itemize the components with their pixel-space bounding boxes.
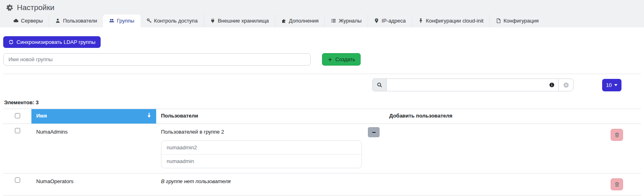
tab-label: Конфигурации cloud-init <box>426 18 483 24</box>
create-group-label: Создать <box>335 56 355 62</box>
sort-desc-icon <box>146 112 152 120</box>
user-icon <box>55 18 60 23</box>
search-group <box>372 78 574 91</box>
tab-cloud-init-configs[interactable]: Конфигурации cloud-init <box>412 14 489 27</box>
tab-label: Конфигурация <box>504 18 539 24</box>
tabbar: Серверы Пользователи Группы Контроль дос… <box>0 13 644 27</box>
delete-group-button[interactable] <box>611 129 623 141</box>
filter-row: 10 <box>3 74 641 93</box>
tab-content-groups: Синхронизировать LDAP группы Создать 10 <box>0 27 644 196</box>
groups-table: Имя Пользователи Добавить пользователя N… <box>3 109 641 196</box>
tab-external-storage[interactable]: Внешние хранилища <box>204 14 275 27</box>
search-info-button[interactable] <box>545 78 558 91</box>
row-checkbox[interactable] <box>15 128 20 133</box>
key-icon <box>147 18 152 23</box>
info-icon <box>549 82 555 88</box>
tab-label: Журналы <box>339 18 361 24</box>
tab-users[interactable]: Пользователи <box>49 14 103 27</box>
delete-group-button[interactable] <box>611 178 623 190</box>
group-users-cell: Пользователей в группе 2 numaadmin2 numa… <box>156 124 384 173</box>
tab-logs[interactable]: Журналы <box>324 14 367 27</box>
name-header-label: Имя <box>36 113 47 119</box>
actions-cell <box>606 124 641 173</box>
tab-access-control[interactable]: Контроль доступа <box>140 14 204 27</box>
tab-ip-addresses[interactable]: IP-адреса <box>367 14 412 27</box>
items-count: Элементов: 3 <box>3 93 641 109</box>
caret-down-icon <box>614 84 617 86</box>
topbar: Настройки Серверы Пользователи Группы Ко… <box>0 0 644 27</box>
puzzle-icon <box>281 18 287 23</box>
users-column-header: Пользователи <box>156 109 384 124</box>
sync-icon <box>8 39 14 45</box>
cloud-icon <box>13 18 19 23</box>
search-icon <box>377 82 382 88</box>
list-item: numaadmin <box>161 154 361 168</box>
gear-icon <box>6 4 14 11</box>
group-user-list: numaadmin2 numaadmin <box>161 140 362 168</box>
sync-ldap-groups-label: Синхронизировать LDAP группы <box>17 39 95 45</box>
search-clear-button[interactable] <box>558 78 574 91</box>
trash-icon <box>614 182 620 187</box>
tab-label: Внешние хранилища <box>218 18 269 24</box>
tab-label: Серверы <box>21 18 43 24</box>
actions-column-header <box>606 109 641 124</box>
new-group-name-input[interactable] <box>3 53 311 66</box>
table-header-row: Имя Пользователи Добавить пользователя <box>3 109 641 124</box>
search-input[interactable] <box>387 78 545 91</box>
create-group-button[interactable]: Создать <box>322 53 361 66</box>
tab-servers[interactable]: Серверы <box>7 14 49 27</box>
add-user-column-header: Добавить пользователя <box>384 109 606 124</box>
tab-label: Пользователи <box>63 18 97 24</box>
tab-groups[interactable]: Группы <box>103 14 140 27</box>
minus-icon <box>372 130 376 135</box>
select-all-checkbox[interactable] <box>15 113 20 118</box>
page-size-dropdown[interactable]: 10 <box>602 79 621 91</box>
list-icon <box>331 18 336 23</box>
sync-ldap-groups-button[interactable]: Синхронизировать LDAP группы <box>3 36 101 48</box>
users-icon <box>109 18 114 23</box>
name-column-header[interactable]: Имя <box>31 109 156 124</box>
create-group-row: Создать <box>3 53 641 66</box>
plug-icon <box>210 18 215 23</box>
collapse-users-button[interactable] <box>368 127 380 137</box>
pin-icon <box>418 18 423 23</box>
map-marker-icon <box>374 18 379 23</box>
tab-label: Контроль доступа <box>154 18 198 24</box>
table-row: NumaAdmins Пользователей в группе 2 numa… <box>3 124 641 173</box>
tab-label: Группы <box>117 18 134 24</box>
x-circle-icon <box>563 82 569 88</box>
file-icon <box>496 18 501 23</box>
tab-configuration[interactable]: Конфигурация <box>489 14 545 27</box>
users-empty-text: В группе нет пользователя <box>161 178 231 184</box>
page-title-text: Настройки <box>17 3 54 12</box>
tab-label: Дополнения <box>289 18 319 24</box>
add-user-cell <box>384 124 606 173</box>
tab-label: IP-адреса <box>382 18 406 24</box>
actions-cell <box>606 173 641 196</box>
group-name: NumaOperators <box>31 173 156 196</box>
list-item: numaadmin2 <box>161 141 361 154</box>
table-row: NumaOperators В группе нет пользователя <box>3 173 641 196</box>
search-icon-addon <box>372 78 387 91</box>
select-all-header <box>3 109 31 124</box>
add-user-cell <box>384 173 606 196</box>
tab-addons[interactable]: Дополнения <box>275 14 325 27</box>
users-summary: Пользователей в группе 2 <box>161 129 224 135</box>
row-checkbox[interactable] <box>15 177 20 183</box>
plus-icon <box>328 57 332 62</box>
page-title: Настройки <box>0 0 644 13</box>
trash-icon <box>614 132 620 138</box>
page-size-value: 10 <box>606 82 612 88</box>
group-name: NumaAdmins <box>31 124 156 173</box>
